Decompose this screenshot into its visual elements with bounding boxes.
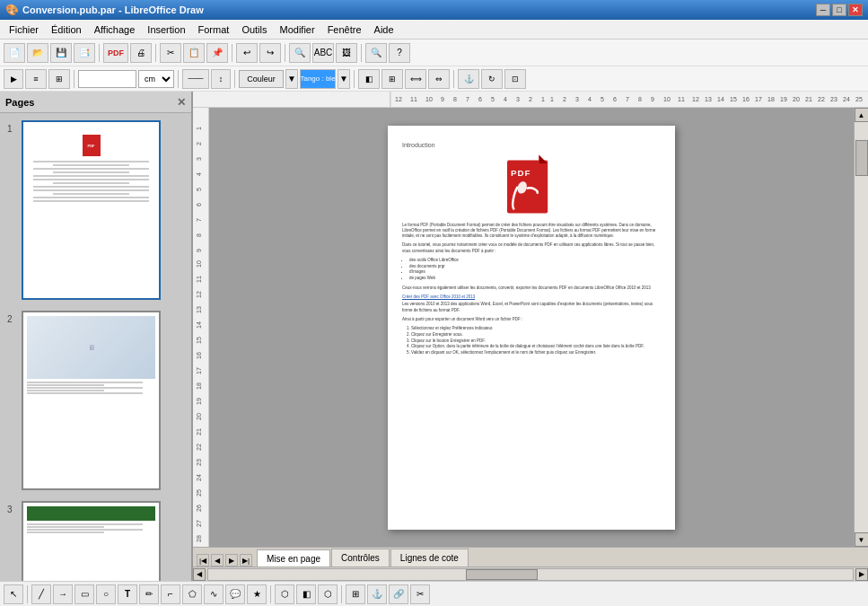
line-tool-button[interactable]: ╱ <box>31 584 51 604</box>
page-preview-3[interactable] <box>22 501 161 581</box>
hscroll-left-button[interactable]: ◀ <box>193 568 206 581</box>
pages-close-button[interactable]: ✕ <box>177 96 186 109</box>
maximize-button[interactable]: □ <box>832 4 846 16</box>
anchor-button[interactable]: ⚓ <box>367 584 387 604</box>
arrow-tool-button[interactable]: → <box>53 584 73 604</box>
mirror-btn[interactable]: ⇔ <box>428 69 450 89</box>
hyperlink-button[interactable]: 🔗 <box>389 584 408 604</box>
tab-mise-en-page[interactable]: Mise en page <box>257 549 330 567</box>
flowchart-tool-button[interactable]: ⬡ <box>275 584 294 604</box>
tab-lignes-de-cote[interactable]: Lignes de cote <box>390 549 469 566</box>
vertical-scrollbar[interactable]: ▲ ▼ <box>854 108 868 547</box>
canvas-with-scroll: 1 2 3 4 5 6 7 8 9 10 11 <box>193 108 868 547</box>
zoom-button[interactable]: 🔍 <box>365 43 387 63</box>
group-btn[interactable]: ⊞ <box>48 69 70 89</box>
svg-text:11: 11 <box>196 276 202 283</box>
text-tool-button[interactable]: T <box>118 584 137 604</box>
polygon-tool-button[interactable]: ⬠ <box>182 584 202 604</box>
tab-prev-button[interactable]: ◀ <box>211 554 224 566</box>
menu-format[interactable]: Format <box>193 22 235 37</box>
cursor-tool-button[interactable]: ↖ <box>4 584 23 604</box>
ruler-and-content: Pages ✕ 1 PDF <box>0 92 868 581</box>
menu-edition[interactable]: Édition <box>46 22 87 37</box>
fill-color-btn[interactable]: Tango : ble <box>300 69 336 89</box>
insert-obj-button[interactable]: ⊞ <box>346 584 365 604</box>
close-button[interactable]: ✕ <box>848 4 863 16</box>
pages-list: 1 PDF <box>0 113 191 581</box>
tab-next-button[interactable]: ▶ <box>225 554 238 566</box>
page-thumb-3[interactable]: 3 <box>7 501 184 581</box>
anchor-btn[interactable]: ⚓ <box>458 69 479 89</box>
svg-text:22: 22 <box>196 444 202 451</box>
ellipse-tool-button[interactable]: ○ <box>96 584 116 604</box>
open-button[interactable]: 📂 <box>27 43 48 63</box>
extra-btn[interactable]: ⊡ <box>504 69 526 89</box>
hscroll-track[interactable] <box>207 568 854 581</box>
sep6 <box>74 70 75 88</box>
rect-tool-button[interactable]: ▭ <box>75 584 94 604</box>
scroll-thumb[interactable] <box>855 140 868 176</box>
3d-tool-button[interactable]: ⬡ <box>318 584 338 604</box>
hscroll-thumb[interactable] <box>466 569 538 580</box>
save-button[interactable]: 💾 <box>50 43 72 63</box>
color-select[interactable]: Couleur <box>239 70 284 88</box>
svg-text:6: 6 <box>478 96 482 102</box>
print-button[interactable]: 🖨 <box>130 43 152 63</box>
paste-button[interactable]: 📌 <box>206 43 228 63</box>
crop-button[interactable]: ✂ <box>410 584 430 604</box>
page-preview-2[interactable]: 🖥 <box>22 311 161 490</box>
saveas-button[interactable]: 📑 <box>74 43 95 63</box>
menu-insertion[interactable]: Insertion <box>142 22 190 37</box>
scroll-down-button[interactable]: ▼ <box>855 532 869 547</box>
cut-button[interactable]: ✂ <box>160 43 181 63</box>
menu-fichier[interactable]: Fichier <box>4 22 44 37</box>
shadow-tool-button[interactable]: ◧ <box>296 584 316 604</box>
hscroll-right-button[interactable]: ▶ <box>855 568 868 581</box>
shadow-btn[interactable]: ◧ <box>358 69 380 89</box>
curve-tool-button[interactable]: ∿ <box>204 584 224 604</box>
find-button[interactable]: 🔍 <box>289 43 311 63</box>
menu-outils[interactable]: Outils <box>236 22 272 37</box>
unit-select[interactable]: cm mm in <box>138 70 174 88</box>
color-dropdown[interactable]: ▼ <box>285 69 298 89</box>
help-button[interactable]: ? <box>389 43 410 63</box>
dimension-input[interactable]: 0,00 cm <box>78 70 136 88</box>
minimize-button[interactable]: ─ <box>816 4 830 16</box>
line-width-btn[interactable]: ↕ <box>211 69 231 89</box>
tab-last-button[interactable]: ▶| <box>240 554 252 566</box>
star-tool-button[interactable]: ★ <box>247 584 267 604</box>
menu-aide[interactable]: Aide <box>369 22 399 37</box>
menu-affichage[interactable]: Affichage <box>89 22 141 37</box>
align2-btn[interactable]: ⟺ <box>405 69 426 89</box>
align-btn[interactable]: ≡ <box>25 69 47 89</box>
thumb-line <box>33 189 149 191</box>
page-thumb-2[interactable]: 2 🖥 <box>7 311 184 490</box>
copy-button[interactable]: 📋 <box>183 43 205 63</box>
menu-fenetre[interactable]: Fenêtre <box>322 22 367 37</box>
line-style-btn[interactable]: ─── <box>182 69 209 89</box>
freehand-tool-button[interactable]: ✏ <box>139 584 159 604</box>
page-thumb-1[interactable]: 1 PDF <box>7 120 184 300</box>
page-preview-1[interactable]: PDF <box>22 120 161 300</box>
arrange-btn[interactable]: ⊞ <box>381 69 403 89</box>
page-number-2: 2 <box>7 314 16 324</box>
wrap-btn[interactable]: ↻ <box>481 69 503 89</box>
svg-text:8: 8 <box>453 96 457 102</box>
gallery-button[interactable]: 🖼 <box>336 43 357 63</box>
connector-tool-button[interactable]: ⌐ <box>161 584 180 604</box>
svg-text:24: 24 <box>843 96 850 102</box>
mode-btn[interactable]: ▶ <box>4 69 23 89</box>
undo-button[interactable]: ↩ <box>236 43 258 63</box>
scroll-up-button[interactable]: ▲ <box>855 108 869 122</box>
export-pdf-button[interactable]: PDF <box>103 43 128 63</box>
canvas-area[interactable]: Introduction <box>209 108 854 547</box>
tab-first-button[interactable]: |◀ <box>197 554 209 566</box>
menu-modifier[interactable]: Modifier <box>275 22 320 37</box>
spell-button[interactable]: ABC <box>312 43 334 63</box>
redo-button[interactable]: ↪ <box>259 43 281 63</box>
tab-controles[interactable]: Contrôles <box>331 549 390 566</box>
scroll-track[interactable] <box>855 122 868 532</box>
new-button[interactable]: 📄 <box>4 43 25 63</box>
fill-dropdown[interactable]: ▼ <box>338 69 350 89</box>
callout-tool-button[interactable]: 💬 <box>225 584 245 604</box>
